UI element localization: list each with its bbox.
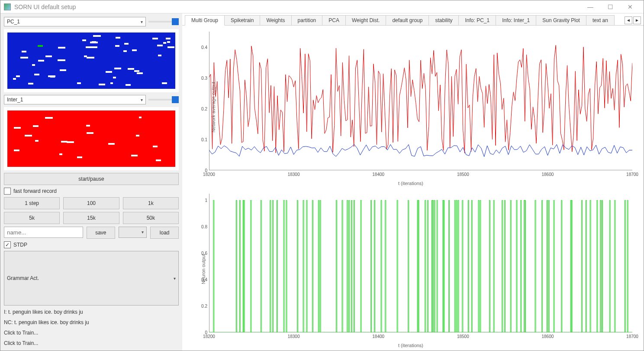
slider-2[interactable] bbox=[148, 99, 179, 101]
tab-partition[interactable]: partition bbox=[291, 15, 323, 25]
combo-row-1: PC_1 ▾ bbox=[4, 17, 179, 26]
save-load-row: save ▾ load bbox=[4, 227, 179, 239]
load-select[interactable]: ▾ bbox=[119, 227, 147, 238]
combo-row-2: Inter_1 ▾ bbox=[4, 95, 179, 104]
slider-thumb[interactable] bbox=[172, 18, 179, 25]
step-15k-button[interactable]: 15k bbox=[63, 212, 119, 224]
start-pause-label: start/pause bbox=[78, 176, 104, 182]
checkbox-icon bbox=[4, 188, 11, 195]
x-tick: 18500 bbox=[457, 334, 469, 339]
checkbox-icon: ✓ bbox=[4, 241, 11, 248]
main-panel: Multi GroupSpiketrainWeightspartitionPCA… bbox=[182, 13, 644, 351]
tab-info-pc-1[interactable]: Info: PC_1 bbox=[458, 15, 496, 25]
group-select-1[interactable]: PC_1 ▾ bbox=[4, 17, 146, 26]
step-50k-button[interactable]: 50k bbox=[123, 212, 179, 224]
window-controls: — ☐ ✕ bbox=[580, 1, 640, 13]
charts-area: Network average output 00.10.20.30.4 182… bbox=[182, 26, 644, 351]
group-select-2[interactable]: Inter_1 ▾ bbox=[4, 95, 146, 104]
tab-nav: ◄ ► bbox=[625, 15, 644, 25]
y-tick: 0.2 bbox=[201, 106, 207, 111]
chevron-down-icon: ▾ bbox=[141, 20, 143, 24]
raster-1 bbox=[7, 32, 175, 89]
chevron-down-icon: ▾ bbox=[174, 276, 176, 281]
x-tick: 18500 bbox=[457, 172, 469, 177]
tab-stability[interactable]: stability bbox=[428, 15, 459, 25]
app-icon bbox=[4, 3, 11, 10]
x-tick: 18600 bbox=[541, 334, 554, 339]
tab-info-inter-1[interactable]: Info: Inter_1 bbox=[496, 15, 536, 25]
step-label: 1 step bbox=[25, 200, 39, 206]
grammar-value: Grammar Act. bbox=[7, 275, 39, 281]
xlabel: t (iterations) bbox=[185, 343, 637, 348]
step-label: 15k bbox=[87, 215, 95, 221]
app-body: PC_1 ▾ Inter_1 ▾ start/pause bbox=[0, 13, 644, 351]
app-window: SORN UI default setup — ☐ ✕ PC_1 ▾ Inter… bbox=[0, 0, 644, 351]
info-line-2: NC: t. penguin likes ice. boy drinks ju bbox=[4, 318, 179, 326]
x-tick: 18300 bbox=[288, 334, 300, 339]
window-title: SORN UI default setup bbox=[14, 3, 580, 10]
close-button[interactable]: ✕ bbox=[620, 1, 640, 13]
plot-area bbox=[209, 194, 632, 332]
tab-weight-dist-[interactable]: Weight Dist. bbox=[345, 15, 386, 25]
x-tick: 18300 bbox=[288, 172, 300, 177]
info-line-1: I: t. penguin likes ice. boy drinks ju bbox=[4, 308, 179, 316]
slider-1[interactable] bbox=[148, 21, 179, 23]
name-input[interactable] bbox=[4, 227, 83, 238]
ff-record-label: fast forward record bbox=[13, 188, 57, 194]
tab-scroll-left[interactable]: ◄ bbox=[625, 16, 632, 24]
save-button[interactable]: save bbox=[87, 227, 115, 239]
x-tick: 18700 bbox=[626, 334, 638, 339]
group-select-2-value: Inter_1 bbox=[7, 97, 23, 103]
step-label: 1k bbox=[148, 200, 154, 206]
tab-default-group[interactable]: default group bbox=[386, 15, 429, 25]
ff-record-check[interactable]: fast forward record bbox=[4, 188, 179, 195]
chevron-down-icon: ▾ bbox=[141, 98, 143, 102]
step-1k-button[interactable]: 1k bbox=[123, 197, 179, 209]
minimize-button[interactable]: — bbox=[580, 1, 600, 13]
step-label: 50k bbox=[147, 215, 155, 221]
x-tick: 18700 bbox=[626, 172, 638, 177]
plot-area bbox=[209, 32, 632, 170]
y-tick: 0.4 bbox=[201, 45, 207, 49]
start-pause-button[interactable]: start/pause bbox=[4, 173, 179, 185]
grammar-select[interactable]: Grammar Act. ▾ bbox=[4, 251, 179, 306]
tab-scroll-right[interactable]: ► bbox=[633, 16, 641, 24]
x-tick: 18400 bbox=[372, 172, 384, 177]
xlabel: t (iterations) bbox=[185, 181, 637, 186]
chart-neuron-output: Neuron output 00.20.40.60.81 18200183001… bbox=[185, 190, 637, 348]
y-tick: 0.3 bbox=[201, 75, 207, 80]
slider-thumb[interactable] bbox=[172, 96, 179, 103]
train-link-2[interactable]: Click to Train... bbox=[4, 339, 179, 347]
step-label: 5k bbox=[29, 215, 35, 221]
maximize-button[interactable]: ☐ bbox=[600, 1, 620, 13]
x-tick: 18200 bbox=[203, 172, 215, 177]
x-ticks: 182001830018400185001860018700 bbox=[209, 172, 632, 178]
load-button[interactable]: load bbox=[150, 227, 179, 239]
tab-pca[interactable]: PCA bbox=[322, 15, 346, 25]
y-tick: 1 bbox=[205, 198, 207, 203]
raster-1-panel bbox=[4, 29, 179, 92]
tab-weights[interactable]: Weights bbox=[260, 15, 291, 25]
group-select-1-value: PC_1 bbox=[7, 19, 20, 25]
y-tick: 0.6 bbox=[201, 251, 207, 256]
raster-2-panel bbox=[4, 107, 179, 170]
step-label: 100 bbox=[87, 200, 96, 206]
stdp-check[interactable]: ✓ STDP bbox=[4, 241, 179, 248]
step-5k-button[interactable]: 5k bbox=[4, 212, 60, 224]
tab-sun-gravity-plot[interactable]: Sun Gravity Plot bbox=[536, 15, 586, 25]
tabbar: Multi GroupSpiketrainWeightspartitionPCA… bbox=[182, 13, 644, 26]
y-tick: 0.1 bbox=[201, 137, 207, 142]
train-link-1[interactable]: Click to Train... bbox=[4, 329, 179, 337]
chevron-down-icon: ▾ bbox=[142, 230, 144, 234]
chart-network-output: Network average output 00.10.20.30.4 182… bbox=[185, 28, 637, 186]
step-100-button[interactable]: 100 bbox=[63, 197, 119, 209]
y-tick: 0.4 bbox=[201, 277, 207, 282]
load-label: load bbox=[160, 230, 170, 236]
tab-spiketrain[interactable]: Spiketrain bbox=[224, 15, 260, 25]
tab-text-an[interactable]: text an bbox=[586, 15, 615, 25]
tab-multi-group[interactable]: Multi Group bbox=[185, 15, 225, 26]
stdp-label: STDP bbox=[13, 242, 27, 248]
step-1-button[interactable]: 1 step bbox=[4, 197, 60, 209]
y-tick: 0.8 bbox=[201, 224, 207, 229]
x-ticks: 182001830018400185001860018700 bbox=[209, 334, 632, 340]
